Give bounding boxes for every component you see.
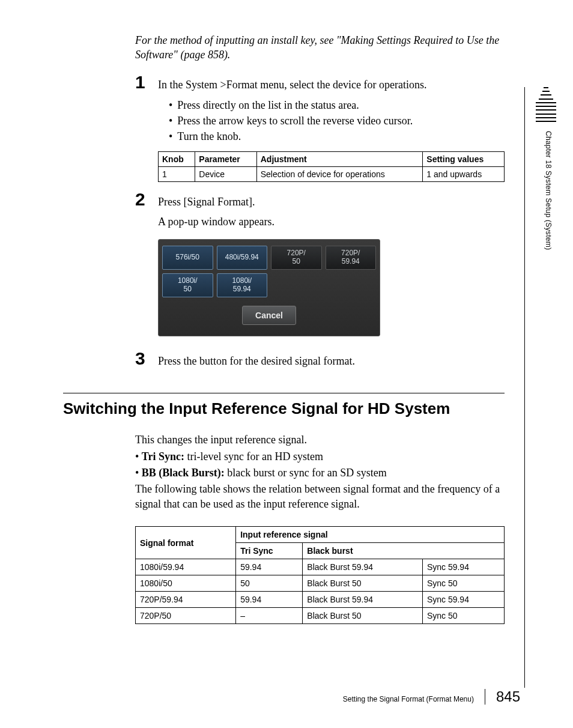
install-key-note: For the method of inputting an install k… bbox=[135, 33, 505, 62]
th-adjustment: Adjustment bbox=[256, 152, 423, 167]
section-heading: Switching the Input Reference Signal for… bbox=[63, 399, 505, 418]
step-3-number: 3 bbox=[135, 350, 150, 368]
step-2-text: Press [Signal Format]. bbox=[158, 195, 505, 210]
format-576i-50-button[interactable]: 576i/50 bbox=[162, 246, 213, 270]
section-intro: This changes the input reference signal. bbox=[135, 432, 505, 447]
table-row: 1 Device Selection of device for operati… bbox=[159, 167, 505, 182]
step-3: 3 Press the button for the desired signa… bbox=[135, 350, 505, 369]
th-signal-format: Signal format bbox=[136, 527, 236, 559]
format-1080i-5994-button[interactable]: 1080i/ 59.94 bbox=[217, 273, 268, 297]
td-knob: 1 bbox=[159, 167, 195, 182]
th-tri-sync: Tri Sync bbox=[236, 543, 303, 559]
bullet-press-list: Press directly on the list in the status… bbox=[169, 97, 505, 113]
table-row: 720P/59.94 59.94 Black Burst 59.94 Sync … bbox=[136, 592, 505, 608]
bullet-black-burst: BB (Black Burst): black burst or sync fo… bbox=[135, 466, 505, 481]
th-setting-values: Setting values bbox=[423, 152, 505, 167]
th-input-reference: Input reference signal bbox=[236, 527, 505, 543]
step-3-text: Press the button for the desired signal … bbox=[158, 354, 505, 369]
section-divider bbox=[63, 393, 505, 393]
knob-parameter-table: Knob Parameter Adjustment Setting values… bbox=[158, 151, 505, 182]
step-1: 1 In the System >Format menu, select the… bbox=[135, 73, 505, 182]
th-black-burst: Black burst bbox=[303, 543, 505, 559]
section-tail: The following table shows the relation b… bbox=[135, 482, 505, 512]
vertical-rule bbox=[524, 87, 525, 688]
thumb-index-icon bbox=[536, 87, 556, 122]
format-720p-5994-button[interactable]: 720P/ 59.94 bbox=[326, 246, 377, 270]
th-knob: Knob bbox=[159, 152, 195, 167]
step-1-text: In the System >Format menu, select the d… bbox=[158, 77, 505, 93]
footer-title: Setting the Signal Format (Format Menu) bbox=[343, 695, 474, 703]
table-row: 1080i/59.94 59.94 Black Burst 59.94 Sync… bbox=[136, 559, 505, 575]
step-1-number: 1 bbox=[135, 73, 150, 91]
step-2-number: 2 bbox=[135, 190, 150, 208]
table-row: 1080i/50 50 Black Burst 50 Sync 50 bbox=[136, 575, 505, 592]
bullet-tri-sync: Tri Sync: tri-level sync for an HD syste… bbox=[135, 449, 505, 464]
step-1-bullets: Press directly on the list in the status… bbox=[169, 97, 505, 144]
step-2: 2 Press [Signal Format]. A pop-up window… bbox=[135, 190, 505, 336]
step-2-subtext: A pop-up window appears. bbox=[158, 216, 505, 228]
footer-separator bbox=[485, 689, 485, 705]
page-number: 845 bbox=[496, 688, 520, 705]
format-1080i-50-button[interactable]: 1080i/ 50 bbox=[162, 273, 213, 297]
table-row: 720P/50 – Black Burst 50 Sync 50 bbox=[136, 608, 505, 624]
cancel-button[interactable]: Cancel bbox=[242, 306, 296, 325]
td-parameter: Device bbox=[195, 167, 256, 182]
page-footer: Setting the Signal Format (Format Menu) … bbox=[343, 688, 520, 705]
bullet-arrow-keys: Press the arrow keys to scroll the rever… bbox=[169, 113, 505, 129]
chapter-side-label: Chapter 18 System Setup (System) bbox=[544, 131, 553, 250]
signal-format-popup: 576i/50 480i/59.94 720P/ 50 720P/ 59.94 … bbox=[158, 239, 380, 336]
format-480i-5994-button[interactable]: 480i/59.94 bbox=[217, 246, 268, 270]
th-parameter: Parameter bbox=[195, 152, 256, 167]
bullet-turn-knob: Turn the knob. bbox=[169, 129, 505, 144]
td-adjustment: Selection of device for operations bbox=[256, 167, 423, 182]
td-setting-values: 1 and upwards bbox=[423, 167, 505, 182]
format-720p-50-button[interactable]: 720P/ 50 bbox=[271, 246, 322, 270]
reference-signal-table: Signal format Input reference signal Tri… bbox=[135, 526, 505, 624]
section-body: This changes the input reference signal.… bbox=[135, 432, 505, 512]
